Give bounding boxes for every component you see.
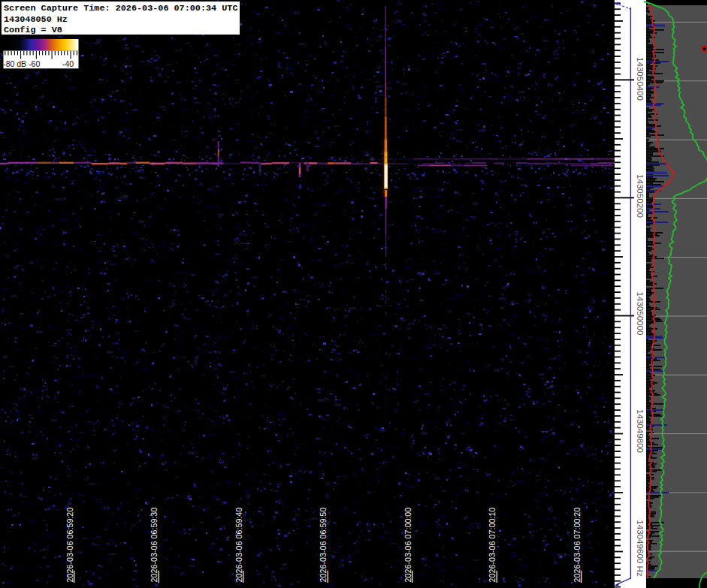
svg-text:143050200: 143050200 — [636, 174, 645, 218]
svg-text:143049800: 143049800 — [636, 409, 645, 453]
svg-text:-40: -40 — [62, 59, 74, 68]
svg-text:2026-03-06 07:00:10: 2026-03-06 07:00:10 — [488, 508, 497, 583]
svg-text:143050400: 143050400 — [636, 57, 645, 101]
svg-text:143048050 Hz: 143048050 Hz — [4, 14, 68, 25]
svg-text:2026-03-06 06:59:40: 2026-03-06 06:59:40 — [234, 508, 243, 583]
svg-text:-80 dB -60: -80 dB -60 — [3, 59, 40, 68]
svg-text:143050000: 143050000 — [636, 291, 645, 335]
svg-text:2026-03-06 06:59:30: 2026-03-06 06:59:30 — [150, 508, 159, 583]
svg-text:Screen Capture Time: 2026-03-0: Screen Capture Time: 2026-03-06 07:00:34… — [4, 3, 238, 14]
svg-text:Config = V8: Config = V8 — [4, 25, 62, 35]
svg-text:2026-03-06 06:59:20: 2026-03-06 06:59:20 — [65, 508, 74, 583]
svg-text:143049600 Hz: 143049600 Hz — [636, 520, 645, 577]
svg-text:2026-03-06 06:59:50: 2026-03-06 06:59:50 — [319, 508, 328, 583]
svg-text:2026-03-06 07:00:00: 2026-03-06 07:00:00 — [403, 508, 412, 583]
svg-text:2026-03-06 07:00:20: 2026-03-06 07:00:20 — [573, 508, 582, 583]
